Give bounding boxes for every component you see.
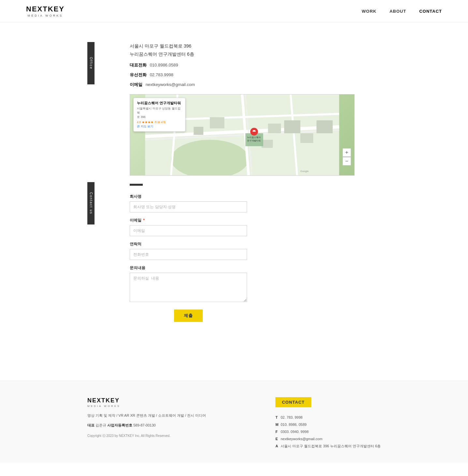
contact-form: 회사명 이메일 * 연락처 문의내용 제출 bbox=[113, 194, 355, 322]
phone-group: 연락처 bbox=[130, 241, 355, 260]
phone-label: 대표전화 bbox=[130, 63, 147, 67]
email-group: 이메일 * bbox=[130, 218, 355, 236]
map-info-box: 누리꿈스퀘어 연구개발타워 서울특별시 마포구 상암동 월드컵북로 396 4.… bbox=[133, 98, 185, 132]
map-zoom-in[interactable]: + bbox=[343, 148, 351, 157]
email-label: 이메일 bbox=[130, 82, 142, 87]
map-controls: + − bbox=[343, 148, 351, 166]
contact-us-tab: Contact us bbox=[87, 182, 95, 224]
footer-info-m: M 010. 8986. 0589 bbox=[275, 421, 381, 428]
footer-info-f: F 0303. 0940. 9998 bbox=[275, 428, 381, 435]
footer-desc2: 대표 김준규 사업자등록번호 589-87-00130 bbox=[87, 422, 206, 429]
svg-rect-13 bbox=[194, 127, 203, 135]
company-input[interactable] bbox=[130, 201, 247, 212]
nav-about[interactable]: ABOUT bbox=[389, 9, 406, 14]
footer-info-a: A 서울시 마포구 월드컵북로 396 누리꿈스퀘어 연구개발센터 6층 bbox=[275, 442, 381, 450]
phone-form-label: 연락처 bbox=[130, 241, 355, 247]
footer-inner: NEXTKEY MEDIA WORKS 영상 기획 및 제작 / VR AR X… bbox=[87, 397, 381, 450]
logo[interactable]: NEXTKEY MEDIA WORKS bbox=[26, 5, 65, 17]
map-place-addr: 서울특별시 마포구 상암동 월드컵북로 396 bbox=[137, 107, 182, 119]
address-section: 서울시 마포구 월드컵북로 396 누리꿈스퀘어 연구개발센터 6층 대표전화 … bbox=[130, 42, 355, 88]
footer-reg-number: 589-87-00130 bbox=[133, 423, 156, 427]
email-form-label: 이메일 * bbox=[130, 218, 355, 223]
svg-text:누리꿈스퀘어: 누리꿈스퀘어 bbox=[247, 136, 261, 139]
company-label: 회사명 bbox=[130, 194, 355, 199]
footer-contact-button[interactable]: CONTACT bbox=[275, 397, 311, 407]
svg-text:연구개발타워: 연구개발타워 bbox=[247, 139, 261, 142]
svg-rect-9 bbox=[268, 124, 281, 134]
section-divider bbox=[130, 184, 143, 186]
landline-value: 02.783.9998 bbox=[150, 72, 173, 77]
office-tab: Office bbox=[87, 42, 95, 84]
footer-logo: NEXTKEY MEDIA WORKS bbox=[87, 397, 206, 408]
footer-info-e: E nextkeyworks@gmail.com bbox=[275, 435, 381, 442]
company-group: 회사명 bbox=[130, 194, 355, 212]
map-zoom-out[interactable]: − bbox=[343, 157, 351, 166]
svg-rect-11 bbox=[262, 140, 273, 148]
landline-row: 유선전화 02.783.9998 bbox=[130, 72, 355, 78]
navigation: NEXTKEY MEDIA WORKS WORK ABOUT CONTACT bbox=[0, 0, 468, 22]
logo-text: NEXTKEY bbox=[26, 5, 65, 13]
main-content: Office 서울시 마포구 월드컵북로 396 누리꿈스퀘어 연구개발센터 6… bbox=[87, 22, 381, 341]
nav-links: WORK ABOUT CONTACT bbox=[362, 9, 442, 14]
svg-text:Google: Google bbox=[300, 170, 309, 173]
footer-logo-text: NEXTKEY bbox=[87, 397, 206, 404]
svg-rect-15 bbox=[316, 121, 333, 134]
nav-contact[interactable]: CONTACT bbox=[419, 9, 442, 14]
email-input[interactable] bbox=[130, 225, 247, 236]
map-container[interactable]: 누리꿈스퀘어 연구개발타워 Google 누리꿈스퀘어 연구개발타워 서울특별시… bbox=[130, 94, 355, 176]
office-content: 서울시 마포구 월드컵북로 396 누리꿈스퀘어 연구개발센터 6층 대표전화 … bbox=[113, 42, 355, 176]
message-label: 문의내용 bbox=[130, 265, 355, 271]
svg-rect-10 bbox=[284, 121, 300, 134]
footer-reg-label: 사업자등록번호 bbox=[107, 423, 132, 427]
logo-sub: MEDIA WORKS bbox=[28, 14, 63, 17]
footer-info-t: T 02. 783. 9998 bbox=[275, 414, 381, 421]
phone-input[interactable] bbox=[130, 249, 247, 260]
map-background: 누리꿈스퀘어 연구개발타워 Google 누리꿈스퀘어 연구개발타워 서울특별시… bbox=[130, 94, 354, 175]
footer-info: T 02. 783. 9998 M 010. 8986. 0589 F 0303… bbox=[275, 414, 381, 450]
footer-right: CONTACT T 02. 783. 9998 M 010. 8986. 058… bbox=[275, 397, 381, 450]
svg-rect-12 bbox=[210, 117, 225, 129]
map-rating: 4.0 ★★★★ 리뷰 4개 bbox=[137, 120, 182, 124]
address-line1: 서울시 마포구 월드컵북로 396 bbox=[130, 42, 355, 50]
footer-logo-sub: MEDIA WORKS bbox=[87, 405, 206, 408]
address-line2: 누리꿈스퀘어 연구개발센터 6층 bbox=[130, 50, 355, 58]
message-textarea[interactable] bbox=[130, 273, 247, 302]
footer-left: NEXTKEY MEDIA WORKS 영상 기획 및 제작 / VR AR X… bbox=[87, 397, 206, 438]
footer-copyright: Copyright ⓒ 2023 by NEXTKEY Inc. All Rig… bbox=[87, 434, 206, 438]
footer: NEXTKEY MEDIA WORKS 영상 기획 및 제작 / VR AR X… bbox=[0, 381, 468, 463]
message-group: 문의내용 bbox=[130, 265, 355, 303]
footer-desc1: 영상 기획 및 제작 / VR AR XR 콘텐츠 개발 / 소프트웨어 개발 … bbox=[87, 412, 206, 419]
submit-row: 제출 bbox=[130, 310, 247, 322]
phone-value: 010.8986.0589 bbox=[150, 63, 178, 67]
landline-label: 유선전화 bbox=[130, 72, 147, 77]
nav-work[interactable]: WORK bbox=[362, 9, 376, 14]
email-row: 이메일 nextkeyworks@gmail.com bbox=[130, 82, 355, 88]
submit-button[interactable]: 제출 bbox=[174, 310, 203, 322]
map-link[interactable]: 큰 지도 보기 bbox=[137, 124, 182, 129]
phone-row: 대표전화 010.8986.0589 bbox=[130, 62, 355, 68]
email-value: nextkeyworks@gmail.com bbox=[146, 82, 195, 87]
footer-ceo-label: 대표 bbox=[87, 423, 95, 427]
svg-rect-14 bbox=[300, 133, 314, 143]
required-mark: * bbox=[143, 218, 145, 223]
footer-ceo-name: 김준규 bbox=[95, 423, 107, 427]
map-place-name: 누리꿈스퀘어 연구개발타워 bbox=[137, 101, 182, 106]
